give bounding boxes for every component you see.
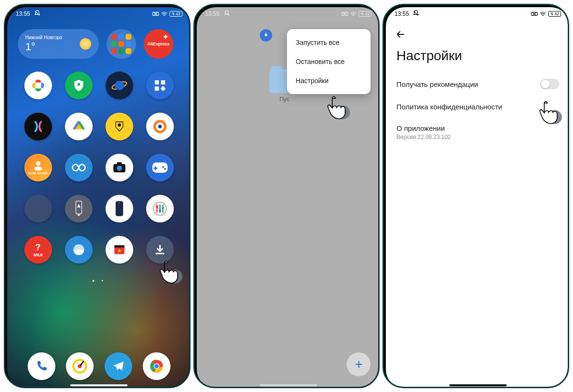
svg-point-9 — [158, 125, 162, 128]
app-tinkoff[interactable] — [106, 113, 133, 140]
setting-about[interactable]: О приложении Версия 22.09.23.102 — [386, 117, 569, 147]
app-files[interactable] — [65, 113, 93, 140]
dock-chrome[interactable] — [143, 352, 170, 380]
phone-downloads: 13:55 ↯42 Пус Запустить все Остановить в… — [193, 4, 380, 388]
svg-point-24 — [156, 206, 158, 208]
phone-home: 13:55 ↯42 Нижний Новгоро 1° — [4, 4, 191, 388]
google-folder[interactable] — [106, 29, 136, 59]
settings-screen: 13:55 ↯42 Настройки Получать рекомендаци… — [386, 7, 569, 388]
svg-point-28 — [162, 207, 164, 209]
app-tools-folder[interactable] — [24, 195, 52, 222]
app-gamepad[interactable] — [146, 154, 174, 181]
status-bar: 13:55 ↯42 — [386, 7, 569, 20]
app-downloads[interactable] — [146, 236, 174, 264]
dnd-icon — [223, 10, 230, 18]
home-indicator[interactable] — [70, 384, 127, 386]
menu-stop-all[interactable]: Остановить все — [287, 52, 371, 71]
svg-point-7 — [118, 124, 121, 127]
svg-rect-6 — [155, 86, 159, 91]
page-title: Настройки — [386, 44, 569, 72]
svg-rect-5 — [161, 80, 165, 85]
dnd-icon — [34, 10, 41, 18]
folder-label: Пус — [279, 96, 289, 103]
setting-privacy[interactable]: Политика конфиденциальности — [386, 96, 569, 117]
status-icons: ↯42 — [341, 11, 371, 17]
app-phone-shape[interactable] — [106, 195, 133, 222]
sun-icon — [80, 38, 91, 50]
app-tiles[interactable] — [146, 72, 174, 99]
cursor-icon — [325, 94, 350, 120]
download-status-icon[interactable] — [260, 29, 272, 42]
svg-point-37 — [154, 364, 159, 368]
app-grid: New Home — [7, 64, 191, 272]
fab-add[interactable]: + — [347, 352, 371, 376]
dock-yandex-music[interactable] — [66, 352, 94, 380]
svg-point-10 — [36, 161, 40, 166]
downloads-screen: 13:55 ↯42 Пус Запустить все Остановить в… — [197, 7, 380, 388]
menu-settings[interactable]: Настройки — [287, 71, 371, 90]
svg-rect-32 — [114, 245, 124, 248]
app-camera[interactable] — [106, 154, 133, 181]
status-icons: ↯42 — [531, 11, 561, 17]
version-text: Версия 22.09.23.102 — [396, 132, 451, 140]
weather-widget[interactable]: Нижний Новгоро 1° — [18, 29, 99, 59]
svg-point-40 — [336, 106, 350, 119]
status-time: 13:55 — [205, 11, 220, 17]
aliexpress-app[interactable]: ✦ AliExpress — [144, 29, 173, 59]
toggle-recommendations[interactable] — [540, 79, 559, 89]
dnd-icon — [413, 10, 419, 18]
dock-phone[interactable] — [28, 352, 55, 380]
svg-point-3 — [115, 81, 124, 90]
app-openvpn[interactable] — [146, 113, 174, 140]
svg-point-13 — [117, 166, 122, 171]
back-button[interactable] — [386, 20, 569, 44]
app-video[interactable] — [106, 236, 133, 264]
battery-icon: ↯42 — [548, 11, 561, 17]
app-planet[interactable] — [106, 72, 133, 99]
svg-point-21 — [119, 202, 120, 204]
app-newhome[interactable]: New Home — [24, 154, 52, 181]
dock — [7, 352, 191, 380]
app-security[interactable] — [65, 72, 93, 99]
status-bar: 13:55 ↯42 — [197, 7, 380, 20]
page-indicator: ● • — [7, 272, 191, 283]
status-time: 13:55 — [394, 11, 409, 17]
app-browser[interactable] — [65, 236, 93, 264]
status-bar: 13:55 ↯42 — [7, 7, 191, 20]
status-time: 13:55 — [16, 11, 30, 17]
overflow-menu: Запустить все Остановить все Настройки — [287, 29, 371, 94]
dock-telegram[interactable] — [105, 352, 132, 380]
svg-point-1 — [77, 83, 80, 86]
app-rocket[interactable] — [65, 195, 93, 222]
app-copilot[interactable] — [24, 113, 52, 140]
svg-point-17 — [162, 166, 164, 168]
app-equalizer[interactable] — [146, 195, 174, 222]
svg-rect-4 — [155, 80, 159, 85]
home-indicator[interactable] — [260, 384, 317, 386]
battery-icon: ↯42 — [170, 11, 182, 17]
setting-recommendations[interactable]: Получать рекомендации — [386, 72, 569, 96]
svg-point-26 — [159, 209, 161, 212]
svg-point-18 — [164, 168, 166, 170]
svg-point-11 — [34, 167, 42, 170]
app-photos[interactable] — [24, 72, 52, 99]
home-indicator[interactable] — [449, 384, 507, 386]
app-infinity[interactable] — [65, 154, 93, 181]
svg-rect-16 — [154, 168, 158, 169]
phone-settings: 13:55 ↯42 Настройки Получать рекомендаци… — [382, 4, 569, 388]
menu-start-all[interactable]: Запустить все — [287, 33, 371, 52]
status-icons: ↯42 — [152, 11, 182, 17]
app-miui[interactable]: ?MIUI — [24, 236, 52, 264]
battery-icon: ↯42 — [359, 11, 371, 17]
svg-rect-14 — [117, 162, 122, 165]
weather-temp: 1° — [25, 41, 62, 53]
weather-city: Нижний Новгоро — [25, 35, 62, 41]
home-screen: 13:55 ↯42 Нижний Новгоро 1° — [7, 7, 191, 388]
